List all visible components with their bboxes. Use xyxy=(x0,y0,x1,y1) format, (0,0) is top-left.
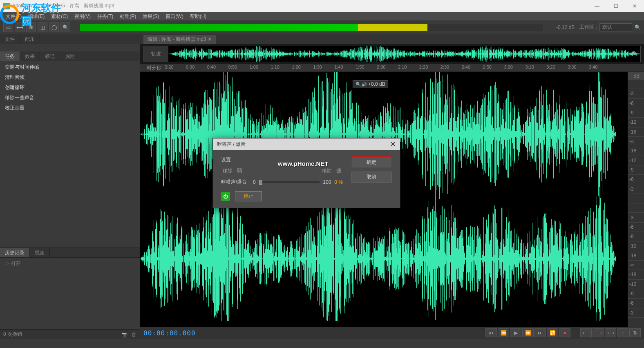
db-mark: -9 xyxy=(628,165,644,174)
history-item-open[interactable]: ▷ 打开 xyxy=(5,260,135,267)
task-panel-tabs: 任务 效果 标记 属性 xyxy=(0,51,140,61)
snapshot-icon[interactable]: 📷 xyxy=(121,332,127,337)
db-mark: -3 xyxy=(628,89,644,98)
tick-label: 2:30 xyxy=(441,65,449,69)
tab-score[interactable]: 配乐 xyxy=(20,34,40,44)
menu-help[interactable]: 帮助(H) xyxy=(188,13,209,20)
tick-label: 1:20 xyxy=(292,65,300,69)
db-mark: -6 xyxy=(628,174,644,184)
maximize-button[interactable]: ☐ xyxy=(606,0,625,12)
dialog-close-button[interactable]: ✕ xyxy=(390,140,396,149)
ok-button[interactable]: 确定 xyxy=(351,156,392,168)
overview-strip[interactable]: 轨道 🔍 xyxy=(143,46,641,62)
forward-button[interactable]: ⏩ xyxy=(522,328,534,337)
tab-history[interactable]: 历史记录 xyxy=(0,248,30,257)
search-icon[interactable]: 🔍 xyxy=(635,25,641,30)
db-mark: -12 xyxy=(628,156,644,165)
menu-view[interactable]: 视图(V) xyxy=(72,13,93,20)
rewind-button[interactable]: ⏪ xyxy=(498,328,509,337)
goto-end-button[interactable]: ⏭ xyxy=(534,328,546,337)
db-mark: -18 xyxy=(628,251,644,260)
menu-task[interactable]: 任务(T) xyxy=(95,13,116,20)
toolbar: ▭ ⟷ ≋ ◫ ◯ 🔍 -0.12 dB 工作区 : 🔍 xyxy=(0,20,644,34)
tool-time[interactable]: ⟷ xyxy=(15,22,25,32)
db-mark: -6 xyxy=(628,98,644,108)
task-clean-audio[interactable]: 清理音频 xyxy=(0,72,140,83)
play-button[interactable]: ▶ xyxy=(510,328,521,337)
menu-edit[interactable]: 编辑(E) xyxy=(26,13,47,20)
trash-icon[interactable]: 🗑 xyxy=(132,332,136,337)
goto-start-button[interactable]: ⏮ xyxy=(485,328,497,337)
level-yellow-segment xyxy=(358,24,427,31)
stop-button[interactable]: 停止 xyxy=(235,191,262,201)
zoom-out-v-button[interactable]: ⇅ xyxy=(629,328,641,337)
zoom-in-v-button[interactable]: ↕ xyxy=(617,328,628,337)
menu-window[interactable]: 窗口(W) xyxy=(163,13,186,20)
cancel-button[interactable]: 取消 xyxy=(351,172,392,183)
workspace-dropdown[interactable] xyxy=(599,23,632,31)
record-button[interactable]: ● xyxy=(559,328,570,337)
tab-markers[interactable]: 标记 xyxy=(40,51,60,61)
dialog-title-text: 咔嗒声 / 爆音 xyxy=(217,141,246,148)
menu-process[interactable]: 处理(P) xyxy=(117,13,139,20)
db-mark: -18 xyxy=(628,270,644,279)
zoom-out-h-button[interactable]: ⟵ xyxy=(580,328,592,337)
zoom-in-h-button[interactable]: ⟶ xyxy=(593,328,604,337)
task-pitch-time[interactable]: 变调与时间伸缩 xyxy=(0,62,140,72)
click-pop-slider[interactable] xyxy=(259,181,320,183)
slider-thumb[interactable] xyxy=(259,180,262,185)
db-mark xyxy=(628,79,644,89)
db-scale-header: dB xyxy=(628,72,644,79)
tool-lasso[interactable]: ◯ xyxy=(49,22,59,32)
dialog-titlebar[interactable]: 咔嗒声 / 爆音 ✕ xyxy=(213,138,400,150)
overview-waveform[interactable] xyxy=(168,46,640,62)
slider-value[interactable]: 0 % xyxy=(334,179,343,185)
tick-label: 1:40 xyxy=(334,65,343,69)
remove-weak-label: 移除 - 弱 xyxy=(223,167,242,174)
timeline-ruler[interactable]: 时分秒 0:200:300:400:501:001:101:201:301:40… xyxy=(140,64,644,72)
close-button[interactable]: ✕ xyxy=(625,0,644,12)
tool-freq[interactable]: ≋ xyxy=(26,22,36,32)
history-list: ▷ 打开 xyxy=(0,258,140,270)
tool-zoom[interactable]: 🔍 xyxy=(60,22,70,32)
editor-header: 编辑 : 许嵩 - 断桥残雪.mp3 ✕ xyxy=(140,34,644,44)
db-mark: -9 xyxy=(628,289,644,298)
tick-label: 1:30 xyxy=(313,65,322,69)
tab-effects[interactable]: 效果 xyxy=(20,51,40,61)
tab-files[interactable]: 文件 xyxy=(0,34,20,44)
menu-effect[interactable]: 效果(S) xyxy=(140,13,161,20)
tab-properties[interactable]: 属性 xyxy=(60,51,80,61)
tick-label: 2:40 xyxy=(462,65,470,69)
zoom-full-button[interactable]: ⟷ xyxy=(605,328,616,337)
preview-power-button[interactable]: ⏻ xyxy=(221,192,230,201)
tick-label: 2:00 xyxy=(377,65,385,69)
db-mark: -18 xyxy=(628,146,644,155)
tool-selection[interactable]: ▭ xyxy=(3,22,13,32)
editor-file-tab[interactable]: 编辑 : 许嵩 - 断桥残雪.mp3 ✕ xyxy=(143,35,216,44)
overview-search-icon[interactable]: 🔍 xyxy=(632,51,638,57)
timeline-ticks: 0:200:300:400:501:001:101:201:301:401:50… xyxy=(165,64,644,71)
task-create-loop[interactable]: 创建循环 xyxy=(0,83,140,93)
slider-max: 100 xyxy=(323,179,331,185)
tick-label: 0:40 xyxy=(207,65,216,69)
menu-file[interactable]: 文件(F) xyxy=(3,13,24,20)
overview-track-label: 轨道 xyxy=(144,46,168,62)
task-correct-volume[interactable]: 校正音量 xyxy=(0,103,140,113)
task-remove-sound[interactable]: 移除一些声音 xyxy=(0,93,140,103)
dialog-footer: ⏻ 停止 xyxy=(221,191,343,201)
workspace-selector: 工作区 : 🔍 xyxy=(579,23,641,31)
tool-marquee[interactable]: ◫ xyxy=(38,22,47,32)
click-pop-dialog: 咔嗒声 / 爆音 ✕ 设置 移除 - 弱 移除 - 强 咔嗒声/爆音 : 0 1… xyxy=(212,138,400,208)
loop-button[interactable]: 🔁 xyxy=(547,328,558,337)
workspace-label: 工作区 : xyxy=(579,24,597,31)
tab-video[interactable]: 视频 xyxy=(30,248,50,257)
db-mark: -3 xyxy=(628,308,644,317)
tick-label: 0:50 xyxy=(228,65,237,69)
tab-tasks[interactable]: 任务 xyxy=(0,51,20,61)
window-controls: — ☐ ✕ xyxy=(588,0,644,12)
zoom-badge[interactable]: 🔍🔊 +0.0 dB xyxy=(353,80,388,88)
transport-buttons: ⏮ ⏪ ▶ ⏩ ⏭ 🔁 ● ⟵ ⟶ ⟷ ↕ ⇅ xyxy=(485,328,641,337)
menu-clip[interactable]: 素材(C) xyxy=(49,13,70,20)
minimize-button[interactable]: — xyxy=(588,0,606,12)
timecode-display[interactable]: 00:00:00.000 xyxy=(143,329,196,337)
